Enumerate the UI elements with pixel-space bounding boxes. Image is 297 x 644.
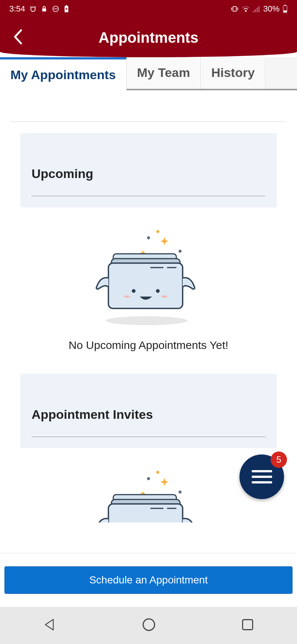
hamburger-icon [252,470,272,483]
nav-recent-button[interactable] [241,618,254,633]
fab-badge: 5 [271,452,287,468]
svg-point-18 [147,236,150,239]
svg-rect-13 [258,6,260,12]
svg-marker-40 [45,619,53,630]
page-title: Appointments [11,29,286,46]
content-spacer [10,90,287,122]
alarm-icon [30,6,36,12]
svg-point-17 [156,230,159,233]
status-right: 30% [231,4,288,14]
tab-my-team[interactable]: My Team [127,57,201,89]
back-button[interactable] [13,29,24,46]
svg-point-41 [143,619,155,631]
upcoming-section: Upcoming [20,133,277,207]
tab-history[interactable]: History [201,57,265,89]
upcoming-title: Upcoming [32,166,265,196]
svg-rect-15 [284,5,286,6]
nav-home-button[interactable] [142,618,156,633]
tabs-container: My Appointments My Team History [0,57,297,90]
signal-icon [253,6,260,12]
fab-menu-button[interactable]: 5 [239,454,284,499]
app-header: Appointments [0,18,297,57]
wifi-icon [242,6,250,12]
svg-point-0 [31,7,35,12]
upcoming-empty-message: No Upcoming Appointments Yet! [11,339,286,352]
svg-rect-16 [284,10,287,12]
empty-folder-icon [11,222,286,328]
svg-rect-5 [66,5,67,6]
invites-section: Appointment Invites [20,374,277,448]
nav-back-button[interactable] [43,618,57,633]
svg-point-31 [156,471,159,474]
svg-point-30 [106,316,187,325]
svg-rect-37 [108,504,183,522]
svg-point-29 [161,295,167,298]
status-time: 3:54 [9,4,25,14]
invites-title: Appointment Invites [32,407,265,437]
battery-icon [283,5,288,13]
svg-rect-42 [243,620,253,630]
lock-icon [41,6,48,12]
tab-my-appointments[interactable]: My Appointments [0,57,127,90]
battery-plus-icon [64,5,69,13]
bottom-action-bar: Schedule an Appointment [0,553,297,607]
schedule-button[interactable]: Schedule an Appointment [4,566,293,594]
status-bar: 3:54 30% [0,0,297,18]
battery-percent: 30% [263,4,280,14]
svg-rect-10 [253,11,254,12]
svg-rect-23 [108,263,183,308]
svg-point-32 [147,477,150,480]
svg-point-27 [156,289,160,293]
system-nav-bar [0,607,297,644]
svg-point-9 [245,10,247,12]
svg-point-33 [179,491,182,493]
svg-rect-6 [233,7,236,12]
vibrate-icon [231,6,239,12]
svg-point-26 [132,289,136,293]
svg-rect-12 [257,8,258,12]
svg-point-28 [124,295,130,298]
dnd-icon [52,5,59,13]
status-left: 3:54 [9,4,69,14]
svg-point-19 [179,250,182,253]
svg-rect-1 [42,9,46,12]
svg-rect-11 [255,9,256,12]
